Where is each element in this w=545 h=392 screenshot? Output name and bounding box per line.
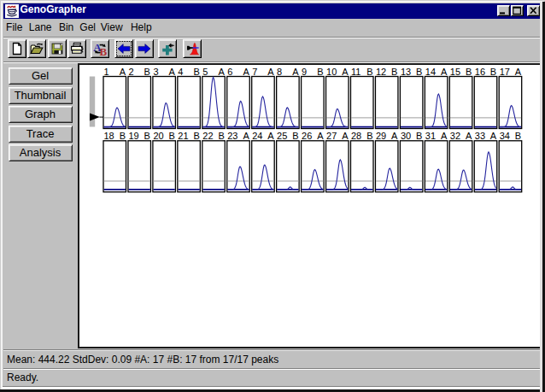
svg-text:A: A — [120, 67, 126, 77]
svg-text:B: B — [120, 131, 126, 141]
svg-text:18: 18 — [104, 131, 114, 141]
svg-text:3: 3 — [153, 67, 158, 77]
svg-text:9: 9 — [302, 67, 307, 77]
svg-text:A: A — [441, 67, 448, 77]
svg-text:A: A — [342, 131, 349, 141]
svg-text:10: 10 — [326, 67, 337, 77]
svg-text:15: 15 — [450, 67, 460, 77]
svg-text:B: B — [416, 131, 422, 141]
svg-text:A: A — [267, 67, 274, 77]
svg-text:B: B — [366, 67, 372, 77]
svg-text:A: A — [466, 131, 472, 141]
svg-text:30: 30 — [401, 131, 411, 141]
svg-text:A: A — [490, 131, 497, 141]
svg-text:B: B — [366, 131, 372, 141]
svg-text:31: 31 — [425, 131, 436, 141]
svg-text:19: 19 — [128, 131, 138, 141]
svg-text:27: 27 — [326, 131, 337, 141]
svg-text:A: A — [169, 67, 176, 77]
svg-text:B: B — [144, 131, 150, 141]
svg-text:B: B — [466, 67, 472, 77]
svg-text:B: B — [317, 67, 323, 77]
svg-text:33: 33 — [475, 131, 485, 141]
svg-text:26: 26 — [302, 131, 312, 141]
svg-text:22: 22 — [202, 131, 213, 141]
svg-text:B: B — [193, 131, 199, 141]
svg-text:B: B — [292, 131, 298, 141]
svg-text:B: B — [515, 131, 521, 141]
svg-text:A: A — [317, 131, 324, 141]
svg-text:B: B — [99, 45, 106, 56]
svg-text:6: 6 — [227, 67, 232, 77]
svg-text:A: A — [243, 67, 249, 77]
svg-text:11: 11 — [351, 67, 360, 77]
svg-text:5: 5 — [202, 67, 208, 77]
svg-text:34: 34 — [500, 131, 510, 141]
svg-text:23: 23 — [227, 131, 237, 141]
svg-text:25: 25 — [277, 131, 287, 141]
svg-text:A: A — [515, 67, 522, 77]
svg-text:24: 24 — [252, 131, 262, 141]
svg-text:B: B — [144, 67, 150, 77]
svg-text:4: 4 — [178, 67, 183, 77]
svg-text:B: B — [391, 67, 397, 77]
svg-text:B: B — [218, 131, 224, 141]
svg-text:A: A — [218, 67, 225, 77]
svg-text:1: 1 — [104, 67, 109, 77]
svg-text:13: 13 — [401, 67, 411, 77]
svg-text:20: 20 — [153, 131, 163, 141]
svg-text:17: 17 — [500, 67, 510, 77]
svg-text:A: A — [243, 131, 249, 141]
svg-text:A: A — [391, 131, 398, 141]
svg-text:A: A — [267, 131, 274, 141]
svg-text:2: 2 — [128, 67, 133, 77]
svg-text:29: 29 — [376, 131, 386, 141]
svg-text:32: 32 — [450, 131, 460, 141]
svg-text:B: B — [416, 67, 422, 77]
svg-text:7: 7 — [252, 67, 257, 77]
svg-text:B: B — [169, 131, 175, 141]
svg-text:21: 21 — [178, 131, 188, 141]
svg-text:B: B — [490, 67, 496, 77]
svg-text:B: B — [193, 67, 199, 77]
svg-text:14: 14 — [425, 67, 436, 77]
svg-text:16: 16 — [475, 67, 485, 77]
svg-text:12: 12 — [376, 67, 386, 77]
svg-text:A: A — [342, 67, 349, 77]
svg-text:A: A — [292, 67, 299, 77]
svg-text:28: 28 — [351, 131, 361, 141]
svg-text:8: 8 — [277, 67, 282, 77]
svg-text:A: A — [441, 131, 448, 141]
